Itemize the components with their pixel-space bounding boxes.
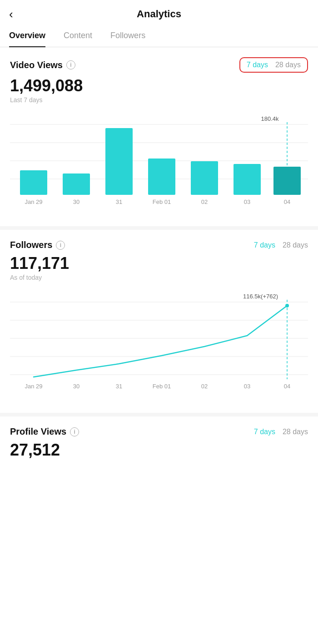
svg-point-27 [285,304,289,307]
svg-rect-8 [105,128,133,195]
svg-rect-6 [20,170,47,195]
video-views-section: Video Views i 7 days 28 days 1,499,088 L… [0,47,318,230]
followers-title: Followers [10,240,52,250]
svg-text:02: 02 [201,383,208,390]
svg-text:30: 30 [73,383,80,390]
svg-rect-10 [191,161,218,195]
profile-views-28days-btn[interactable]: 28 days [283,428,308,436]
tab-content[interactable]: Content [64,25,92,47]
video-views-sub-label: Last 7 days [10,96,308,104]
profile-views-header: Profile Views i 7 days 28 days [10,426,308,437]
tab-followers[interactable]: Followers [110,25,145,47]
svg-text:Jan 29: Jan 29 [25,198,42,205]
followers-chart: 116.5k(+762) Jan 29 30 31 Feb 01 02 03 0… [10,288,308,408]
profile-views-info-icon[interactable]: i [70,427,79,436]
svg-text:03: 03 [244,383,250,390]
tab-overview[interactable]: Overview [9,25,45,47]
svg-rect-9 [148,159,175,195]
video-views-header: Video Views i 7 days 28 days [10,57,308,73]
svg-text:Jan 29: Jan 29 [25,383,42,390]
video-views-number: 1,499,088 [10,76,308,95]
svg-text:Feb 01: Feb 01 [153,198,171,205]
svg-text:31: 31 [116,198,122,205]
video-views-7days-btn[interactable]: 7 days [247,61,268,69]
profile-views-day-selector: 7 days 28 days [254,428,308,436]
svg-text:30: 30 [73,198,80,205]
svg-text:04: 04 [284,198,290,205]
svg-text:180.4k: 180.4k [261,115,279,122]
svg-text:Feb 01: Feb 01 [153,383,171,390]
followers-28days-btn[interactable]: 28 days [283,241,308,249]
followers-day-selector: 7 days 28 days [254,241,308,249]
followers-title-group: Followers i [10,240,65,250]
followers-section: Followers i 7 days 28 days 117,171 As of… [0,230,318,416]
profile-views-section: Profile Views i 7 days 28 days 27,512 [0,416,318,465]
video-views-title: Video Views [10,60,63,70]
svg-rect-12 [273,167,301,195]
header: ‹ Analytics [0,0,318,25]
profile-views-7days-btn[interactable]: 7 days [254,428,275,436]
svg-text:31: 31 [116,383,122,390]
tabs: Overview Content Followers [0,25,318,47]
profile-views-title-group: Profile Views i [10,426,79,437]
svg-text:04: 04 [284,383,290,390]
followers-sub-label: As of today [10,274,308,281]
svg-text:116.5k(+762): 116.5k(+762) [243,293,278,300]
svg-rect-7 [63,173,90,195]
followers-info-icon[interactable]: i [56,241,65,250]
line-chart-svg: 116.5k(+762) Jan 29 30 31 Feb 01 02 03 0… [10,288,308,406]
video-views-28days-btn[interactable]: 28 days [275,61,301,69]
video-views-day-selector: 7 days 28 days [239,57,308,73]
video-views-title-group: Video Views i [10,60,75,70]
video-views-chart: 180.4k Jan 29 30 31 Feb 01 02 03 [10,111,308,222]
followers-number: 117,171 [10,254,308,273]
profile-views-number: 27,512 [10,441,308,460]
followers-header: Followers i 7 days 28 days [10,240,308,250]
followers-7days-btn[interactable]: 7 days [254,241,275,249]
bar-chart-svg: 180.4k Jan 29 30 31 Feb 01 02 03 [10,111,308,220]
svg-rect-11 [234,164,261,195]
svg-text:03: 03 [244,198,250,205]
profile-views-title: Profile Views [10,426,66,437]
video-views-info-icon[interactable]: i [66,60,75,69]
svg-text:02: 02 [201,198,208,205]
page-title: Analytics [137,8,181,20]
back-button[interactable]: ‹ [9,7,13,21]
